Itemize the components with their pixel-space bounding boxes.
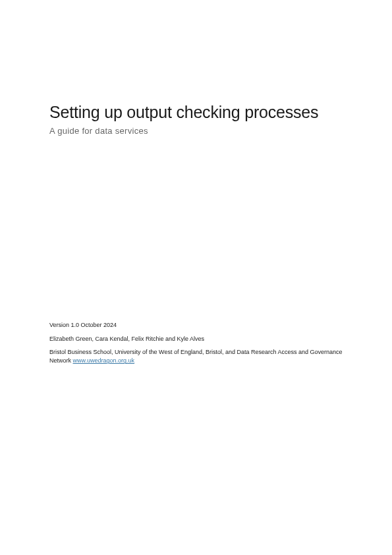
meta-block: Version 1.0 October 2024 Elizabeth Green… [49,321,343,365]
network-link[interactable]: www.uwedragon.org.uk [73,357,135,364]
version-line: Version 1.0 October 2024 [49,321,343,330]
affiliation-line: Bristol Business School, University of t… [49,348,343,365]
document-title: Setting up output checking processes [49,102,343,122]
document-subtitle: A guide for data services [49,126,343,136]
authors-line: Elizabeth Green, Cara Kendal, Felix Ritc… [49,335,343,343]
